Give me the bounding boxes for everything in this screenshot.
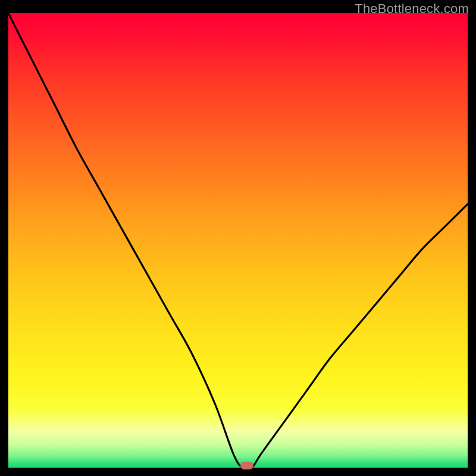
min-point-marker: [240, 462, 253, 469]
chart-frame: TheBottleneck.com: [0, 0, 476, 476]
curve-path: [8, 13, 468, 469]
plot-area: [8, 13, 468, 468]
watermark-text: TheBottleneck.com: [355, 1, 469, 17]
bottleneck-curve: [8, 13, 468, 468]
